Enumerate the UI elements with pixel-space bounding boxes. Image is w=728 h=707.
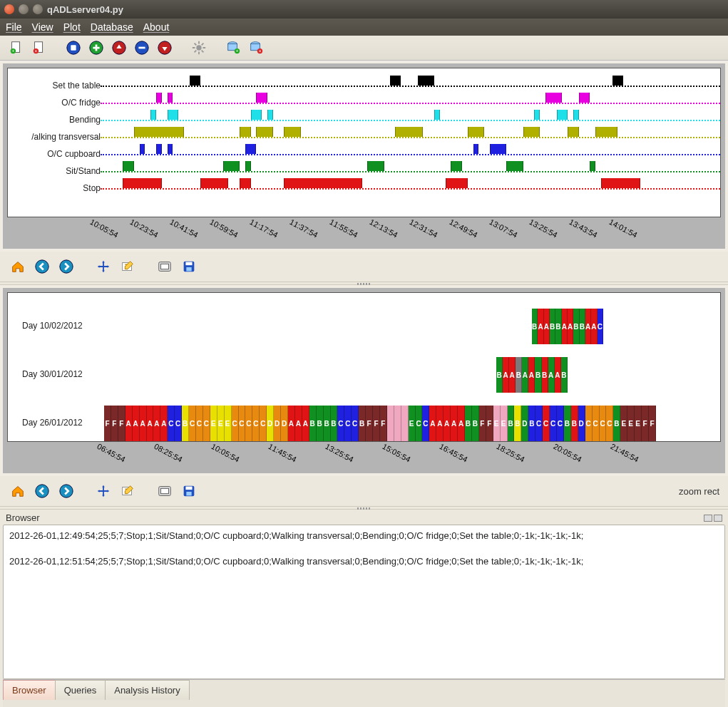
day-segment: A xyxy=(585,309,591,344)
record-icon[interactable] xyxy=(64,38,83,57)
day-segment: B xyxy=(508,406,515,441)
activity-bar xyxy=(123,178,162,188)
day-segment: C xyxy=(352,406,359,441)
activity-bar xyxy=(601,178,640,188)
day-segment: C xyxy=(422,406,429,441)
day-segment: A xyxy=(538,309,543,344)
down-icon[interactable] xyxy=(155,38,174,57)
browser-title: Browser xyxy=(6,512,40,523)
maximize-icon[interactable] xyxy=(33,4,43,14)
activity-bar xyxy=(284,178,362,188)
activity-bar xyxy=(506,161,523,171)
tab-browser[interactable]: Browser xyxy=(3,680,56,700)
db-add-icon[interactable]: + xyxy=(224,38,242,57)
activity-bar xyxy=(451,161,462,171)
activity-bar xyxy=(595,127,617,137)
back-icon[interactable] xyxy=(33,257,51,276)
activity-bar xyxy=(446,178,468,188)
pan-icon[interactable] xyxy=(94,257,113,276)
db-remove-icon[interactable]: × xyxy=(247,38,265,57)
menu-plot[interactable]: Plot xyxy=(63,21,81,33)
day-segment: B xyxy=(532,309,538,344)
day-segment: B xyxy=(359,406,366,441)
settings-icon[interactable] xyxy=(190,38,208,57)
activity-bar xyxy=(156,93,162,103)
svg-point-12 xyxy=(196,45,201,50)
plot-toolbar-2: zoom rect xyxy=(0,476,728,506)
day-segment: B xyxy=(542,357,548,393)
activity-bar xyxy=(590,161,595,171)
panel-close-icon[interactable] xyxy=(714,515,722,522)
svg-point-30 xyxy=(60,485,73,497)
activity-bar xyxy=(395,127,423,137)
back-icon[interactable] xyxy=(33,482,51,500)
remove-icon[interactable] xyxy=(133,38,151,57)
day-segment xyxy=(394,406,401,441)
pan-icon[interactable] xyxy=(94,482,113,500)
menu-view[interactable]: View xyxy=(32,21,53,33)
activity-bar xyxy=(223,161,240,171)
day-segment: E xyxy=(210,406,217,441)
add-icon[interactable] xyxy=(87,38,106,57)
close-icon[interactable] xyxy=(4,4,14,14)
day-segment: A xyxy=(140,406,147,441)
forward-icon[interactable] xyxy=(57,482,76,500)
day-segment: E xyxy=(627,406,635,441)
snapshot-icon[interactable] xyxy=(155,482,174,500)
save-icon[interactable] xyxy=(180,257,198,276)
browser-textarea[interactable]: 2012-26-01,12:49:54;25;5;7;Stop;1;Sit/St… xyxy=(3,525,725,679)
day-segment: F xyxy=(104,406,111,441)
day-label: Day 26/01/2012 xyxy=(22,418,83,428)
splitter[interactable] xyxy=(0,282,728,285)
day-segment: B xyxy=(555,309,561,344)
svg-point-29 xyxy=(36,485,48,497)
day-segment: C xyxy=(175,406,182,441)
day-segment: A xyxy=(451,406,458,441)
x-tick: 13:25:54 xyxy=(324,442,354,464)
x-tick: 16:45:54 xyxy=(438,442,468,464)
svg-rect-25 xyxy=(161,264,169,269)
menu-file[interactable]: File xyxy=(6,21,22,33)
edit-icon[interactable] xyxy=(118,482,137,500)
day-segment: B xyxy=(571,406,578,441)
day-segment: F xyxy=(649,406,656,441)
day-segment: A xyxy=(522,357,528,393)
svg-text:+: + xyxy=(236,48,239,53)
activity-bar xyxy=(473,144,479,154)
home-icon[interactable] xyxy=(9,482,27,500)
forward-icon[interactable] xyxy=(57,257,76,276)
activity-bar xyxy=(468,127,484,137)
series-label: /alking transversal xyxy=(31,132,101,142)
splitter-2[interactable] xyxy=(0,506,728,510)
save-icon[interactable] xyxy=(180,482,198,500)
day-segment: F xyxy=(486,406,493,441)
day-segment: E xyxy=(635,406,642,441)
day-segment: A xyxy=(288,406,295,441)
day-segment: A xyxy=(509,357,516,393)
x-tick: 13:25:54 xyxy=(528,217,558,239)
home-icon[interactable] xyxy=(9,257,27,276)
browser-line xyxy=(9,542,719,555)
day-segment: A xyxy=(568,309,573,344)
delete-document-icon[interactable]: × xyxy=(30,38,48,57)
day-segment: B xyxy=(472,406,479,441)
x-tick: 06:45:54 xyxy=(96,442,126,464)
tab-queries[interactable]: Queries xyxy=(55,680,106,700)
activity-bar xyxy=(534,110,540,120)
day-segment: A xyxy=(544,309,550,344)
x-tick: 14:01:54 xyxy=(607,217,638,239)
menu-about[interactable]: About xyxy=(143,21,170,33)
tab-analysis-history[interactable]: Analysis History xyxy=(105,680,189,700)
menu-database[interactable]: Database xyxy=(91,21,133,33)
panel-restore-icon[interactable] xyxy=(704,515,712,522)
day-segment: A xyxy=(295,406,302,441)
minimize-icon[interactable] xyxy=(19,4,29,14)
edit-icon[interactable] xyxy=(118,257,137,276)
day-segment: A xyxy=(591,309,597,344)
new-document-icon[interactable]: + xyxy=(7,38,26,57)
day-segment: D xyxy=(267,406,274,441)
day-segment: B xyxy=(182,406,189,441)
up-icon[interactable] xyxy=(110,38,128,57)
snapshot-icon[interactable] xyxy=(155,257,174,276)
x-tick: 10:05:54 xyxy=(88,217,119,239)
